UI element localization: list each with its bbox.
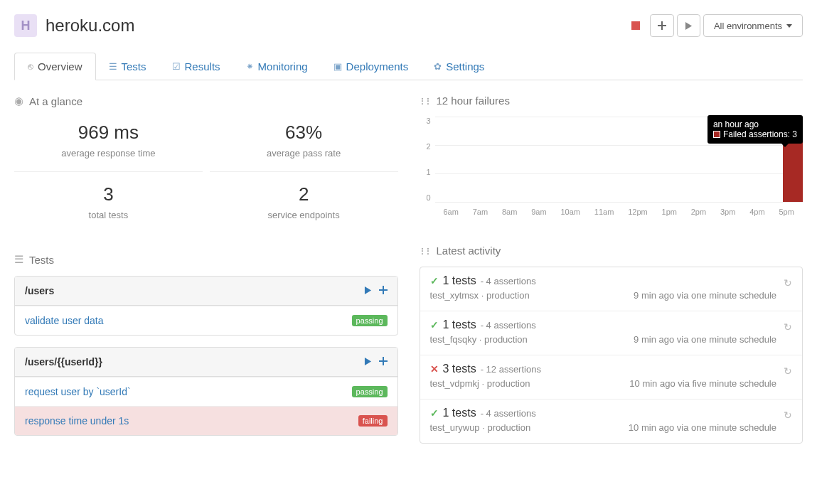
y-tick: 1	[420, 168, 431, 176]
add-icon[interactable]	[379, 285, 388, 296]
eye-icon: ◉	[14, 95, 23, 107]
refresh-icon[interactable]: ↻	[784, 365, 792, 377]
glance-value: 2	[213, 183, 395, 205]
glance-total-tests: 3 total tests	[14, 179, 203, 225]
section-label: 12 hour failures	[437, 95, 510, 107]
tab-label: Monitoring	[258, 60, 308, 73]
x-tick: 10am	[560, 208, 580, 216]
activity-row[interactable]: ✓1 tests - 4 assertionstest_xytmsx · pro…	[420, 267, 803, 311]
activity-time: 9 min ago via one minute schedule	[634, 290, 776, 301]
y-tick: 2	[420, 142, 431, 151]
tab-deployments[interactable]: ▣ Deployments	[321, 53, 422, 80]
x-tick: 7am	[473, 208, 488, 216]
refresh-icon[interactable]: ↻	[784, 409, 792, 421]
app-icon-letter: H	[21, 18, 31, 33]
y-tick: 0	[420, 193, 431, 202]
status-indicator	[631, 21, 640, 30]
activity-time: 10 min ago via five minute schedule	[629, 378, 776, 389]
activity-list: ✓1 tests - 4 assertionstest_xytmsx · pro…	[420, 267, 803, 444]
results-icon: ☑	[172, 61, 181, 72]
environments-dropdown[interactable]: All environments	[703, 14, 803, 37]
deployments-icon: ▣	[333, 61, 342, 72]
glance-title: ◉ At a glance	[14, 95, 398, 107]
section-label: At a glance	[29, 95, 82, 107]
check-icon: ✓	[430, 407, 439, 419]
y-tick: 3	[420, 117, 431, 125]
tab-label: Overview	[38, 60, 82, 73]
x-tick: 1pm	[662, 208, 677, 216]
check-icon: ✓	[430, 275, 439, 286]
tab-overview[interactable]: ⎋ Overview	[14, 53, 96, 80]
section-label: Tests	[29, 254, 54, 266]
test-link[interactable]: response time under 1s	[25, 415, 129, 427]
status-badge: passing	[352, 315, 388, 326]
section-label: Latest activity	[437, 245, 501, 257]
glance-avg-response: 969 ms average response time	[14, 117, 203, 172]
activity-tests: 3 tests	[443, 363, 476, 375]
glance-pass-rate: 63% average pass rate	[210, 117, 398, 172]
test-path: /users/{{userId}}	[25, 356, 102, 368]
main-tabs: ⎋ Overview ☰ Tests ☑ Results ⁕ Monitorin…	[14, 53, 803, 80]
activity-time: 10 min ago via one minute schedule	[629, 422, 776, 433]
chart-tooltip: an hour agoFailed assertions: 3	[707, 115, 803, 144]
test-row[interactable]: request user by `userId`passing	[15, 377, 397, 406]
check-icon: ✓	[430, 319, 439, 331]
app-title: heroku.com	[46, 16, 134, 36]
activity-assertions: - 4 assertions	[481, 276, 536, 286]
play-icon	[685, 22, 693, 30]
test-group: /users/{{userId}}request user by `userId…	[14, 347, 398, 436]
add-icon[interactable]	[379, 356, 388, 368]
overview-icon: ⎋	[28, 61, 33, 72]
plus-icon	[658, 21, 666, 30]
activity-tests: 1 tests	[443, 274, 476, 287]
refresh-icon[interactable]: ↻	[784, 321, 792, 333]
x-tick: 4pm	[749, 208, 764, 216]
x-icon: ✕	[430, 363, 439, 375]
failures-chart: 01236am7am8am9am10am11am12pm1pm2pm3pm4pm…	[420, 117, 803, 216]
activity-assertions: - 4 assertions	[481, 408, 536, 419]
tab-label: Settings	[446, 60, 484, 73]
test-group: /usersvalidate user datapassing	[14, 276, 398, 336]
test-group-header[interactable]: /users/{{userId}}	[15, 348, 397, 377]
tab-tests[interactable]: ☰ Tests	[96, 53, 159, 80]
monitoring-icon: ⁕	[246, 61, 254, 72]
status-badge: failing	[358, 415, 388, 427]
test-row[interactable]: validate user datapassing	[15, 306, 397, 335]
add-button[interactable]	[650, 14, 674, 37]
run-button[interactable]	[677, 14, 700, 37]
glance-endpoints: 2 service endpoints	[210, 179, 398, 225]
status-badge: passing	[352, 386, 388, 397]
failures-title: ⫶⫶ 12 hour failures	[420, 95, 803, 107]
activity-time: 9 min ago via one minute schedule	[634, 334, 776, 345]
app-icon: H	[14, 14, 37, 37]
test-path: /users	[25, 285, 54, 296]
run-icon[interactable]	[364, 356, 372, 368]
x-tick: 11am	[594, 208, 614, 216]
tab-results[interactable]: ☑ Results	[159, 53, 233, 80]
activity-row[interactable]: ✓1 tests - 4 assertionstest_urywup · pro…	[420, 399, 803, 443]
tab-label: Tests	[122, 60, 146, 73]
test-row[interactable]: response time under 1sfailing	[15, 406, 397, 435]
test-group-header[interactable]: /users	[15, 277, 397, 306]
x-tick: 9am	[531, 208, 546, 216]
x-tick: 2pm	[691, 208, 706, 216]
tab-settings[interactable]: ✿ Settings	[421, 53, 497, 80]
run-icon[interactable]	[364, 285, 372, 296]
tests-icon: ☰	[109, 61, 117, 72]
tab-monitoring[interactable]: ⁕ Monitoring	[233, 53, 321, 80]
x-tick: 8am	[502, 208, 517, 216]
test-link[interactable]: validate user data	[25, 315, 104, 326]
x-tick: 12pm	[628, 208, 648, 216]
tab-label: Deployments	[346, 60, 409, 73]
activity-title: ⫶⫶ Latest activity	[420, 245, 803, 257]
activity-row[interactable]: ✓1 tests - 4 assertionstest_fqsqky · pro…	[420, 311, 803, 355]
glance-value: 3	[17, 183, 200, 205]
page-header: H heroku.com All environments	[14, 14, 803, 37]
x-tick: 3pm	[720, 208, 735, 216]
tab-label: Results	[185, 60, 220, 73]
activity-assertions: - 4 assertions	[481, 320, 536, 331]
activity-tests: 1 tests	[443, 318, 476, 331]
test-link[interactable]: request user by `userId`	[25, 386, 131, 397]
refresh-icon[interactable]: ↻	[784, 277, 792, 289]
activity-row[interactable]: ✕3 tests - 12 assertionstest_vdpmkj · pr…	[420, 355, 803, 399]
